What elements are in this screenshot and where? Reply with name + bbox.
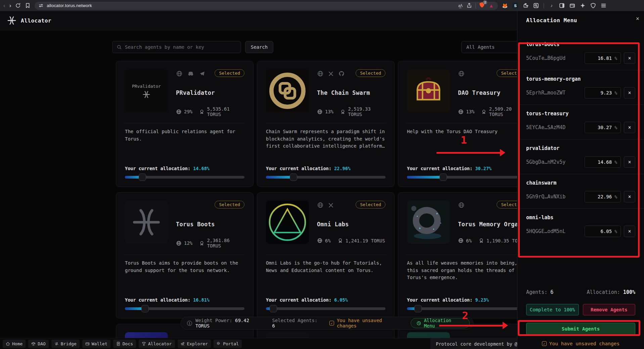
sidebar-unsaved-status: ✓ You have unsaved changes xyxy=(526,341,635,346)
website-icon[interactable] xyxy=(458,202,465,208)
agent-description: Help with the Torus DAO Treasury xyxy=(407,128,526,166)
search-button[interactable]: Search xyxy=(245,41,273,53)
website-icon[interactable] xyxy=(317,70,324,77)
footer-item-wallet[interactable]: Wallet xyxy=(82,340,110,348)
agent-card-torus-boots[interactable]: Selected Torus Boots 12% 2,361.86 TORUS … xyxy=(116,192,254,318)
allocation-input[interactable]: 30.27% xyxy=(585,122,621,133)
remove-agent-button[interactable]: × xyxy=(624,226,635,237)
agent-key-name: torus-boots xyxy=(526,41,635,47)
remove-agent-button[interactable]: × xyxy=(624,156,635,168)
allocation-menu-button[interactable]: Allocation Menu xyxy=(411,318,470,328)
bookmark-icon[interactable] xyxy=(25,3,31,8)
agents-filter-select[interactable]: All Agents xyxy=(461,41,524,53)
allocation-input[interactable]: 6.05% xyxy=(585,226,621,237)
sidebar-toggle-icon[interactable] xyxy=(559,3,565,8)
box-search-icon[interactable] xyxy=(533,3,539,8)
allocation-value: 14.68% xyxy=(193,166,210,171)
footer-item-bridge[interactable]: Bridge xyxy=(51,340,80,348)
website-icon[interactable] xyxy=(176,70,183,77)
footer-item-explorer[interactable]: Explorer xyxy=(178,340,211,348)
discord-icon[interactable] xyxy=(187,70,194,77)
agent-card-prvalidator[interactable]: PRvalidator Selected PRvalidator 29% xyxy=(116,61,254,187)
forward-button[interactable]: › xyxy=(9,3,11,8)
submit-agents-button[interactable]: Submit Agents xyxy=(526,323,635,335)
agent-card-chainswarm[interactable]: Selected The Chain Swarm 13% 2,519.33 TO… xyxy=(257,61,395,187)
clock-icon xyxy=(416,321,421,326)
stake-icon xyxy=(478,238,484,243)
agents-count-label: Agents: xyxy=(526,289,547,295)
allocation-item: chainswarm 5Gh9rQ…AvNXib 22.96% × xyxy=(517,174,644,209)
footer-item-home[interactable]: Home xyxy=(3,340,26,348)
back-button[interactable]: ‹ xyxy=(3,3,5,8)
brave-rewards-icon[interactable]: ▲ xyxy=(488,3,494,8)
address-bar[interactable]: allocator.torus.network ᴀ̲A 2 ▲ xyxy=(35,2,498,10)
close-icon[interactable]: × xyxy=(636,15,639,22)
github-icon[interactable] xyxy=(338,70,345,77)
agent-key-name: omni-labs xyxy=(526,215,635,221)
remove-agent-button[interactable]: × xyxy=(624,87,635,99)
slider-thumb[interactable] xyxy=(270,305,277,312)
menu-icon[interactable] xyxy=(601,3,606,8)
allocation-slider[interactable] xyxy=(125,307,244,310)
allocation-value: 6.05% xyxy=(334,297,348,303)
remove-agents-button[interactable]: Remove Agents xyxy=(583,304,636,315)
x-icon[interactable] xyxy=(328,202,334,208)
leo-ai-icon[interactable] xyxy=(580,3,586,8)
allocation-slider[interactable] xyxy=(266,307,385,310)
torus-logo-icon[interactable] xyxy=(7,16,16,25)
site-settings-icon[interactable] xyxy=(39,3,43,8)
telegram-icon[interactable] xyxy=(199,70,205,77)
agent-card-omni-labs[interactable]: Selected Omni Labs 6% 1,241.19 TORUS Omn… xyxy=(257,192,395,318)
remove-agent-button[interactable]: × xyxy=(624,191,635,202)
agent-card-torus-memory-organ[interactable]: Selected Torus Memory Organ 6% 1,190.35 … xyxy=(398,192,536,318)
x-icon[interactable] xyxy=(328,71,334,77)
allocation-slider[interactable] xyxy=(407,307,526,310)
brave-shield-icon[interactable]: 2 xyxy=(479,2,485,9)
slider-thumb[interactable] xyxy=(139,173,146,181)
network-share-icon xyxy=(458,109,464,115)
allocation-input[interactable]: 22.96% xyxy=(585,191,621,202)
media-icon[interactable]: ♪ xyxy=(549,3,554,8)
allocation-slider[interactable] xyxy=(125,176,244,179)
translate-icon[interactable]: ᴀ̲A xyxy=(457,3,463,8)
selected-badge: Selected xyxy=(215,69,244,77)
allocation-input[interactable]: 14.68% xyxy=(585,156,621,168)
allocation-slider[interactable] xyxy=(266,176,385,179)
footer-item-allocator[interactable]: Allocator xyxy=(139,340,175,348)
agent-address: 5HQGGE…odM5nL xyxy=(526,228,582,234)
slider-thumb[interactable] xyxy=(440,173,447,181)
remove-agent-button[interactable]: × xyxy=(624,52,635,64)
remove-agent-button[interactable]: × xyxy=(624,122,635,133)
allocation-item: torus-boots 5CouTe…B6pgUd 16.81% × xyxy=(517,36,644,70)
selected-agents-label: Selected Agents: xyxy=(272,318,318,323)
footer-item-portal[interactable]: Portal xyxy=(214,340,242,348)
allocation-slider[interactable] xyxy=(407,176,526,179)
website-icon[interactable] xyxy=(458,70,465,77)
allocation-input[interactable]: 9.23% xyxy=(585,87,621,99)
slider-thumb[interactable] xyxy=(290,173,297,181)
wallet-icon[interactable] xyxy=(569,3,575,8)
reload-button[interactable] xyxy=(15,3,21,8)
agent-description: As all life weaves memories into being, … xyxy=(407,260,526,297)
url-text[interactable]: allocator.torus.network xyxy=(47,3,92,8)
slider-thumb[interactable] xyxy=(414,305,422,312)
search-icon xyxy=(117,44,122,50)
search-input[interactable] xyxy=(125,44,237,50)
slider-thumb[interactable] xyxy=(141,305,149,312)
share-icon[interactable] xyxy=(466,3,472,8)
sidebar-title: Allocation Menu xyxy=(517,11,644,24)
extensions-puzzle-icon[interactable] xyxy=(523,3,528,8)
extension-s-icon[interactable]: S xyxy=(512,3,518,8)
footer-item-docs[interactable]: Docs xyxy=(113,340,136,348)
agent-card-dao-treasury[interactable]: Selected DAO Treasury 13% 2,509.20 TORUS… xyxy=(398,61,536,187)
network-share: 13% xyxy=(325,109,333,114)
allocation-total-label: Allocation: xyxy=(587,289,620,295)
complete-to-100-button[interactable]: Complete to 100% xyxy=(526,304,579,315)
scales-icon xyxy=(31,342,36,346)
allocation-input[interactable]: 16.81% xyxy=(585,52,621,64)
allocation-row: Your current allocation: 30.27% xyxy=(407,166,526,171)
metamask-icon[interactable]: 🦊 xyxy=(502,3,508,8)
vpn-shield-icon[interactable] xyxy=(590,3,596,8)
website-icon[interactable] xyxy=(317,202,324,208)
footer-item-dao[interactable]: DAO xyxy=(28,340,48,348)
